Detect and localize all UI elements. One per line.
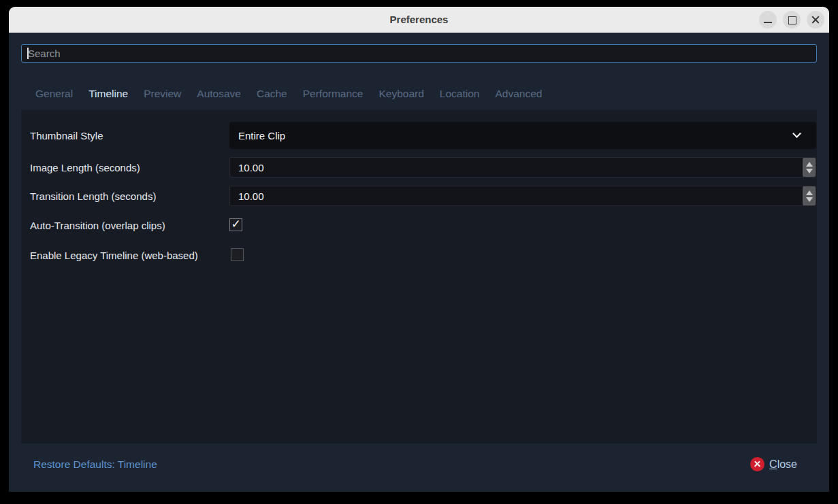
titlebar[interactable]: Preferences	[9, 7, 829, 33]
spin-up-icon[interactable]	[806, 162, 813, 167]
pref-row-thumbnail-style: Thumbnail Style Entire Clip	[30, 122, 807, 149]
auto-transition-checkbox[interactable]: ✓	[229, 218, 242, 231]
pref-row-transition-length: Transition Length (seconds) 10.00	[30, 186, 807, 206]
spinbox-value: 10.00	[238, 186, 264, 205]
spin-up-icon[interactable]	[806, 190, 813, 195]
legacy-timeline-label: Enable Legacy Timeline (web-based)	[30, 248, 198, 263]
search-input[interactable]	[21, 44, 817, 63]
pref-row-legacy-timeline: Enable Legacy Timeline (web-based) ✓	[30, 248, 807, 263]
tab-keyboard[interactable]: Keyboard	[378, 88, 423, 100]
thumbnail-style-dropdown[interactable]: Entire Clip	[229, 122, 816, 149]
tab-general[interactable]: General	[35, 88, 73, 100]
transition-length-label: Transition Length (seconds)	[30, 186, 156, 206]
spin-down-icon[interactable]	[806, 169, 813, 173]
auto-transition-label: Auto-Transition (overlap clips)	[30, 218, 165, 233]
transition-length-input[interactable]: 10.00	[229, 186, 816, 206]
timeline-settings-panel: Thumbnail Style Entire Clip Image Length…	[21, 110, 817, 443]
tab-timeline[interactable]: Timeline	[88, 88, 128, 100]
close-button-label: Close	[769, 458, 797, 471]
preferences-dialog: Preferences General Timeline Preview Aut…	[9, 7, 829, 492]
legacy-timeline-checkbox[interactable]: ✓	[231, 248, 244, 261]
tab-preview[interactable]: Preview	[144, 88, 181, 100]
transition-length-spinner-buttons[interactable]	[803, 186, 816, 205]
window-title: Preferences	[9, 7, 829, 33]
image-length-input[interactable]: 10.00	[229, 157, 816, 178]
close-x-icon	[750, 457, 764, 471]
dropdown-selected-value: Entire Clip	[238, 122, 285, 149]
close-window-icon[interactable]	[807, 11, 824, 29]
maximize-icon[interactable]	[783, 11, 801, 29]
spinbox-value: 10.00	[238, 158, 264, 177]
pref-row-image-length: Image Length (seconds) 10.00	[30, 157, 807, 178]
chevron-down-icon	[792, 129, 801, 138]
window-controls	[759, 11, 824, 29]
tab-autosave[interactable]: Autosave	[197, 88, 241, 100]
image-length-spinner-buttons[interactable]	[803, 158, 816, 177]
restore-defaults-link[interactable]: Restore Defaults: Timeline	[33, 458, 157, 471]
spin-down-icon[interactable]	[806, 197, 813, 202]
pref-row-auto-transition: Auto-Transition (overlap clips) ✓	[30, 218, 807, 233]
close-button[interactable]: Close	[750, 457, 797, 471]
checkmark-icon: ✓	[231, 218, 240, 230]
tab-advanced[interactable]: Advanced	[495, 88, 542, 100]
tab-location[interactable]: Location	[440, 88, 480, 100]
tab-bar: General Timeline Preview Autosave Cache …	[35, 84, 542, 104]
image-length-label: Image Length (seconds)	[30, 157, 140, 178]
thumbnail-style-label: Thumbnail Style	[30, 122, 103, 149]
tab-performance[interactable]: Performance	[303, 88, 364, 100]
minimize-icon[interactable]	[759, 11, 777, 29]
search-field-container	[21, 44, 817, 63]
tab-cache[interactable]: Cache	[257, 88, 287, 100]
